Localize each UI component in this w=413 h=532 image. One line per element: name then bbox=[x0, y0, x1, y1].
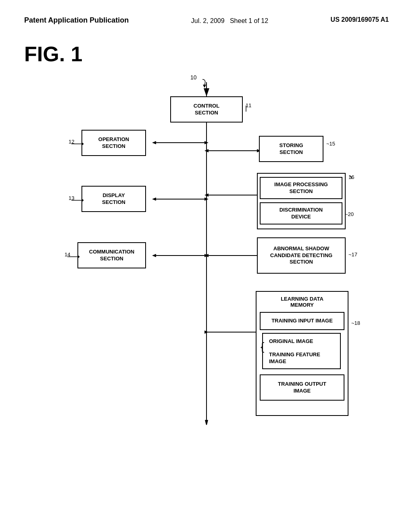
learning-data-label: LEARNING DATAMEMORY bbox=[258, 294, 346, 310]
training-output-box: TRAINING OUTPUTIMAGE bbox=[260, 374, 344, 401]
ref11-line bbox=[242, 106, 250, 114]
training-output-label: TRAINING OUTPUTIMAGE bbox=[278, 381, 326, 395]
svg-marker-15 bbox=[204, 254, 209, 257]
discrimination-box: DISCRIMINATIONDEVICE bbox=[260, 202, 342, 224]
abnormal-label: ABNORMAL SHADOWCANDIDATE DETECTINGSECTIO… bbox=[270, 245, 332, 266]
discrimination-label: DISCRIMINATIONDEVICE bbox=[280, 207, 323, 220]
brace-symbol: { bbox=[261, 340, 264, 353]
svg-marker-3 bbox=[204, 141, 209, 144]
communication-section-box: COMMUNICATIONSECTION bbox=[77, 242, 146, 268]
publication-label: Patent Application Publication bbox=[24, 16, 129, 25]
ref14-line bbox=[67, 255, 79, 259]
sheet-label: Sheet 1 of 12 bbox=[230, 17, 268, 24]
operation-section-box: OPERATIONSECTION bbox=[81, 130, 146, 156]
ref-18: ~18 bbox=[351, 320, 360, 326]
svg-marker-14 bbox=[152, 254, 156, 257]
abnormal-shadow-box: ABNORMAL SHADOWCANDIDATE DETECTINGSECTIO… bbox=[257, 237, 346, 274]
page-content: FIG. 1 bbox=[0, 34, 413, 501]
ref13-line bbox=[71, 198, 83, 202]
svg-marker-26 bbox=[81, 142, 83, 145]
header-center: Jul. 2, 2009 Sheet 1 of 12 bbox=[191, 16, 268, 26]
training-input-label: TRAINING INPUT IMAGE bbox=[271, 318, 333, 324]
display-label: DISPLAYSECTION bbox=[102, 192, 125, 206]
diagram: 10 CONTROLSECTION 11 OPERATIONSECTION 12… bbox=[33, 70, 380, 493]
image-processing-box: IMAGE PROCESSINGSECTION bbox=[260, 177, 342, 199]
ref-17: ~17 bbox=[348, 251, 357, 258]
svg-marker-30 bbox=[77, 255, 79, 258]
svg-marker-2 bbox=[152, 141, 156, 144]
storing-section-box: STORINGSECTION bbox=[259, 136, 323, 162]
control-label: CONTROLSECTION bbox=[194, 103, 219, 116]
image-processing-label: IMAGE PROCESSINGSECTION bbox=[274, 181, 328, 195]
ref12-line bbox=[71, 142, 83, 146]
svg-marker-28 bbox=[81, 199, 83, 202]
storing-label: STORINGSECTION bbox=[280, 142, 303, 156]
communication-label: COMMUNICATIONSECTION bbox=[89, 249, 134, 262]
training-input-box: TRAINING INPUT IMAGE bbox=[260, 312, 344, 330]
svg-marker-23 bbox=[203, 85, 206, 88]
ref-20: ~20 bbox=[345, 211, 354, 217]
control-section-box: CONTROLSECTION bbox=[170, 96, 243, 123]
operation-label: OPERATIONSECTION bbox=[98, 136, 129, 150]
display-section-box: DISPLAYSECTION bbox=[81, 186, 146, 212]
svg-marker-8 bbox=[152, 197, 156, 201]
svg-marker-17 bbox=[204, 254, 209, 257]
date-label: Jul. 2, 2009 bbox=[191, 17, 225, 24]
original-image-label: ORIGINAL IMAGE bbox=[269, 335, 338, 347]
svg-marker-11 bbox=[204, 193, 209, 197]
svg-marker-21 bbox=[204, 330, 209, 334]
svg-marker-9 bbox=[204, 197, 209, 201]
ref16-curve bbox=[347, 176, 353, 182]
ref-15: ~15 bbox=[326, 141, 335, 147]
training-feature-label: TRAINING FEATUREIMAGE bbox=[269, 349, 338, 367]
figure-label: FIG. 1 bbox=[24, 42, 389, 66]
system-arrow bbox=[192, 77, 213, 89]
page-header: Patent Application Publication Jul. 2, 2… bbox=[0, 0, 413, 34]
patent-number: US 2009/169075 A1 bbox=[331, 16, 389, 23]
svg-marker-5 bbox=[204, 149, 209, 152]
